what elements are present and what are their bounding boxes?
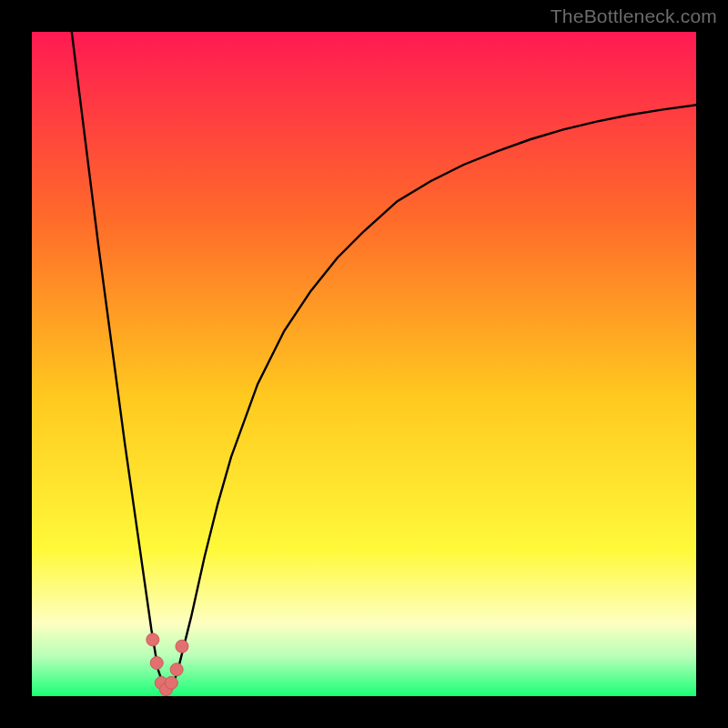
watermark-text: TheBottleneck.com: [551, 5, 717, 27]
marker-dot: [176, 640, 188, 652]
marker-dot: [170, 663, 183, 676]
chart-frame: TheBottleneck.com: [0, 0, 728, 728]
bottleneck-chart: [32, 32, 696, 696]
gradient-background: [32, 32, 696, 696]
marker-dot: [165, 676, 177, 689]
marker-dot: [150, 657, 163, 670]
marker-dot: [147, 633, 159, 646]
plot-area: [32, 32, 696, 696]
